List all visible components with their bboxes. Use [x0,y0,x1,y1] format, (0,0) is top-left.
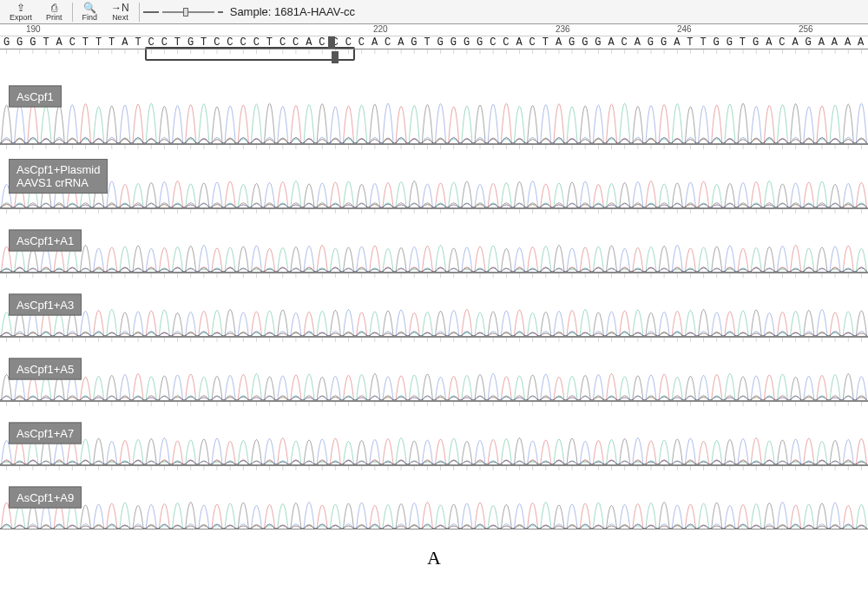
track-label: AsCpf1+A3 [9,294,82,316]
base-letter: T [92,36,105,49]
base-letter: C [775,36,788,49]
zoom-max-icon [218,11,223,13]
cursor-mark-top [328,36,335,49]
sample-label: Sample: 1681A-HAAV-cc [230,5,355,18]
base-letter: C [486,36,499,49]
base-letter: T [79,36,92,49]
separator [72,3,73,22]
base-letter: A [670,36,683,49]
slider-track[interactable] [162,11,214,13]
export-button[interactable]: ⇪Export [3,1,38,23]
base-letter: A [841,36,854,49]
base-letter: A [631,36,644,49]
base-letter: C [526,36,539,49]
next-icon: →N [111,3,129,13]
print-icon: ⎙ [51,3,57,13]
base-letter: A [552,36,565,49]
chromatogram-track[interactable]: AsCpf1+A7 [0,401,868,465]
track-label: AsCpf1+A9 [9,487,82,509]
ruler-tick: 190 [26,24,41,34]
ruler-tick: 246 [677,24,692,34]
base-letter: G [749,36,762,49]
base-letter: T [421,36,434,49]
base-letter: A [815,36,828,49]
ruler-tick: 236 [556,24,570,34]
chromatogram-track[interactable]: AsCpf1+A9 [0,465,868,529]
base-letter: G [13,36,26,49]
base-letter: G [0,36,13,49]
chromatogram-track[interactable]: AsCpf1+A5 [0,337,868,401]
slider-thumb[interactable] [183,8,188,16]
chromatogram-track[interactable]: AsCpf1+Plasmid AAVS1 crRNA [0,144,868,208]
export-icon: ⇪ [16,3,25,13]
separator [139,3,140,22]
base-letter: A [512,36,525,49]
chromatogram-track[interactable]: AsCpf1+A1 [0,208,868,273]
base-letter: C [499,36,512,49]
figure-letter: A [0,547,868,569]
base-letter: G [644,36,657,49]
cursor-mark-seq [332,51,339,63]
main-pane: 190220236246256 GGGTACTTTATCCTGTCCCCTCCA… [0,24,868,529]
base-letter: A [604,36,617,49]
base-letter: G [565,36,578,49]
base-letter: G [407,36,420,49]
ruler-tick: 256 [799,24,813,34]
base-letter: A [788,36,801,49]
position-ruler: 190220236246256 [0,24,868,36]
base-letter: T [105,36,118,49]
base-letter: C [618,36,631,49]
toolbar: ⇪Export ⎙Print 🔍Find →NNext Sample: 1681… [0,0,868,24]
ruler-tick: 220 [373,24,388,34]
base-letter: T [683,36,696,49]
base-letter: A [118,36,131,49]
next-button[interactable]: →NNext [105,1,135,23]
sequence-row: GGGTACTTTATCCTGTCCCCTCCACCCCACAGTGGGGCCA… [0,36,868,49]
base-letter: C [381,36,394,49]
base-letter: A [394,36,407,49]
base-letter: G [657,36,670,49]
print-button[interactable]: ⎙Print [40,1,69,23]
base-letter: A [762,36,775,49]
base-letter: C [355,36,368,49]
track-label: AsCpf1+A5 [9,358,82,380]
base-letter: G [802,36,815,49]
base-letter: G [591,36,604,49]
chromatogram-track[interactable]: AsCpf1+A3 [0,273,868,337]
base-letter: T [696,36,709,49]
base-letter: C [66,36,79,49]
base-letter: G [26,36,39,49]
base-letter: G [578,36,591,49]
track-label: AsCpf1 [9,86,62,108]
base-letter: A [854,36,867,49]
track-label: AsCpf1+Plasmid AAVS1 crRNA [9,159,108,194]
chromatogram-track[interactable]: AsCpf1 [0,49,868,144]
base-letter: A [53,36,66,49]
base-letter: A [368,36,381,49]
base-letter: G [434,36,447,49]
chromatogram-tracks: AsCpf1AsCpf1+Plasmid AAVS1 crRNAAsCpf1+A… [0,49,868,529]
find-icon: 🔍 [83,3,96,13]
find-button[interactable]: 🔍Find [76,1,104,23]
base-letter: T [539,36,552,49]
base-letter: G [460,36,473,49]
base-letter: G [723,36,736,49]
zoom-slider[interactable] [143,11,223,13]
track-label: AsCpf1+A1 [9,230,82,252]
base-letter: T [131,36,144,49]
track-label: AsCpf1+A7 [9,423,82,444]
base-letter: T [736,36,749,49]
base-letter: A [828,36,841,49]
base-letter: T [39,36,52,49]
base-letter: G [447,36,460,49]
zoom-min-icon [143,11,159,13]
base-letter: G [710,36,723,49]
base-letter: G [473,36,486,49]
